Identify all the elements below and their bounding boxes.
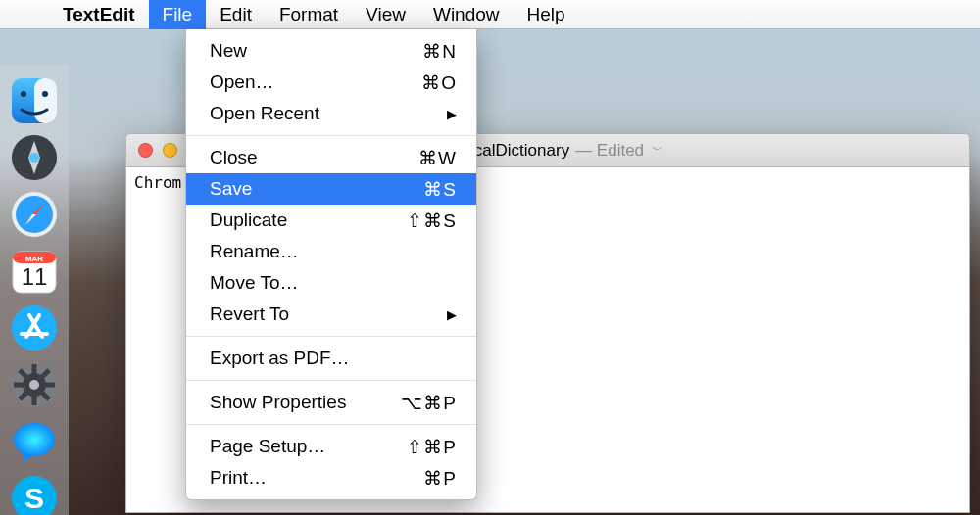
document-line: Chrom <box>134 173 181 192</box>
menu-item-label: New <box>210 40 247 62</box>
menu-item-label: Duplicate <box>210 210 287 231</box>
menu-item-save[interactable]: Save⌘S <box>186 173 476 205</box>
menu-separator <box>186 380 476 381</box>
calendar-icon[interactable]: MAR11 <box>9 247 60 296</box>
chevron-down-icon[interactable]: ﹀ <box>652 142 663 159</box>
menu-item-shortcut: ⌘O <box>421 71 457 94</box>
svg-rect-1 <box>34 78 57 123</box>
menu-item-open[interactable]: Open…⌘O <box>186 67 476 98</box>
menu-separator <box>186 135 476 136</box>
menu-item-label: Page Setup… <box>210 436 325 457</box>
menu-item-close[interactable]: Close⌘W <box>186 142 476 173</box>
menubar-item-view[interactable]: View <box>352 0 419 29</box>
menu-item-label: Revert To <box>210 304 289 325</box>
menu-item-shortcut: ⇧⌘S <box>407 210 457 232</box>
svg-point-29 <box>29 380 39 390</box>
menubar-app-name[interactable]: TextEdit <box>49 0 149 29</box>
window-subtitle: — Edited <box>575 141 644 161</box>
menu-item-shortcut: ⌥⌘P <box>401 392 457 414</box>
menu-item-label: Close <box>210 147 258 168</box>
menu-item-show-properties[interactable]: Show Properties⌥⌘P <box>186 387 476 418</box>
menu-item-shortcut: ⌘N <box>422 40 457 63</box>
menu-item-shortcut: ⌘W <box>418 147 457 169</box>
menu-item-new[interactable]: New⌘N <box>186 35 476 67</box>
menu-item-export-as-pdf[interactable]: Export as PDF… <box>186 343 476 374</box>
menu-item-label: Open… <box>210 71 273 93</box>
menu-item-label: Show Properties <box>210 392 346 413</box>
menubar-item-help[interactable]: Help <box>514 0 579 29</box>
menu-item-shortcut: ⌘P <box>423 467 457 490</box>
menu-separator <box>186 424 476 425</box>
submenu-arrow-icon: ▶ <box>447 307 457 322</box>
menu-item-label: Save <box>210 178 252 200</box>
appstore-icon[interactable] <box>9 304 60 352</box>
menubar-item-file[interactable]: File <box>149 0 207 29</box>
menu-item-label: Rename… <box>210 241 299 262</box>
menubar: TextEdit FileEditFormatViewWindowHelp <box>0 0 980 29</box>
minimize-window-button[interactable] <box>163 143 177 158</box>
dock: MAR11S <box>0 65 69 515</box>
menu-item-label: Move To… <box>210 272 298 294</box>
close-window-button[interactable] <box>138 143 153 158</box>
svg-point-6 <box>29 153 39 163</box>
menu-item-rename[interactable]: Rename… <box>186 236 476 267</box>
safari-icon[interactable] <box>9 190 60 239</box>
file-menu-dropdown: New⌘NOpen…⌘OOpen Recent▶Close⌘WSave⌘SDup… <box>185 29 477 500</box>
finder-icon[interactable] <box>9 76 60 125</box>
menu-item-shortcut: ⇧⌘P <box>407 436 457 458</box>
menu-item-label: Export as PDF… <box>210 348 350 369</box>
menu-item-revert-to[interactable]: Revert To▶ <box>186 299 476 330</box>
menubar-item-edit[interactable]: Edit <box>206 0 266 29</box>
menu-item-page-setup[interactable]: Page Setup…⇧⌘P <box>186 431 476 462</box>
svg-point-2 <box>21 91 26 97</box>
menubar-item-format[interactable]: Format <box>266 0 352 29</box>
settings-icon[interactable] <box>9 360 60 409</box>
menubar-item-window[interactable]: Window <box>419 0 514 29</box>
menu-item-label: Print… <box>210 467 267 489</box>
menu-item-print[interactable]: Print…⌘P <box>186 462 476 493</box>
launchpad-icon[interactable] <box>9 133 60 182</box>
svg-text:11: 11 <box>22 263 48 290</box>
svg-point-3 <box>42 91 48 97</box>
svg-text:S: S <box>24 482 44 514</box>
svg-point-15 <box>12 305 57 351</box>
messages-icon[interactable] <box>9 417 60 466</box>
menu-item-duplicate[interactable]: Duplicate⇧⌘S <box>186 205 476 236</box>
menu-item-open-recent[interactable]: Open Recent▶ <box>186 98 476 129</box>
menu-separator <box>186 336 476 337</box>
menu-item-move-to[interactable]: Move To… <box>186 267 476 299</box>
skype-icon[interactable]: S <box>9 474 60 515</box>
svg-point-30 <box>14 423 55 456</box>
svg-text:MAR: MAR <box>25 255 43 263</box>
menu-item-shortcut: ⌘S <box>423 178 457 201</box>
menu-item-label: Open Recent <box>210 103 319 124</box>
submenu-arrow-icon: ▶ <box>447 107 457 121</box>
